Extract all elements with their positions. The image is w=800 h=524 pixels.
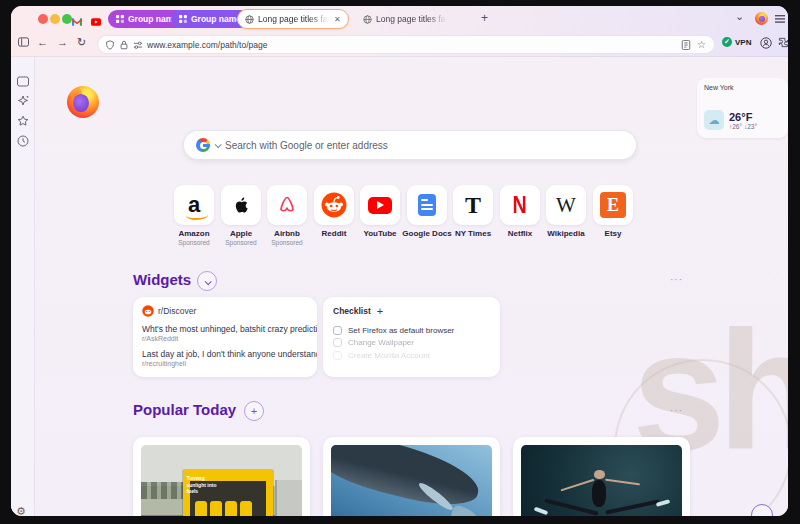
tab-title: Long page titles fade of: [376, 14, 448, 24]
forward-button[interactable]: →: [57, 36, 68, 48]
reddit-widget-card[interactable]: r/Discover Wht's the most unhinged, bats…: [133, 297, 317, 377]
wikipedia-icon: W: [556, 193, 576, 218]
profile-avatar[interactable]: [755, 12, 768, 25]
settings-button[interactable]: ⚙: [16, 505, 26, 516]
sidebar-bookmarks-button[interactable]: [17, 113, 29, 125]
reddit-post-subreddit: r/AskReddit: [133, 334, 317, 342]
hamburger-menu-icon: [775, 15, 785, 23]
popular-card-dancer[interactable]: [513, 437, 690, 516]
apple-icon: [230, 193, 252, 217]
checkbox[interactable]: [333, 326, 342, 335]
google-logo-icon: [196, 138, 210, 152]
widgets-menu-button[interactable]: ···: [670, 274, 683, 285]
tab-close-icon[interactable]: ✕: [334, 15, 341, 24]
pinned-tab-gmail[interactable]: [72, 13, 85, 25]
tab-title: Long page titles fade off: [258, 14, 330, 24]
firefox-logo: [67, 86, 99, 118]
pinned-tab-youtube[interactable]: [91, 13, 104, 25]
lock-icon: [119, 40, 129, 50]
browser-window: Group name Group name Long page titles f…: [11, 6, 788, 516]
checkbox[interactable]: [333, 351, 342, 360]
account-button[interactable]: [760, 37, 772, 51]
star-icon: [17, 115, 29, 127]
vpn-badge[interactable]: ✓ VPN: [722, 37, 751, 47]
checklist-item[interactable]: Create Mozilla Account: [323, 347, 500, 360]
tab-overflow-chevron-icon[interactable]: ⌄: [735, 10, 744, 22]
close-window-button[interactable]: [38, 14, 48, 24]
app-menu-button[interactable]: [775, 13, 785, 25]
sparkle-icon: [17, 95, 29, 107]
ny-times-icon: T: [465, 192, 481, 219]
new-tab-button[interactable]: +: [481, 12, 488, 24]
weather-cloud-icon: ☁: [704, 110, 724, 130]
airbnb-icon: [275, 193, 299, 217]
netflix-icon: N: [513, 191, 527, 219]
checklist-item-label: Set Firefox as default browser: [348, 326, 454, 335]
weather-city: New York: [704, 84, 781, 91]
sidebar-panel-icon: [18, 37, 29, 47]
vpn-label: VPN: [735, 38, 751, 47]
youtube-icon: [368, 197, 392, 214]
back-button[interactable]: ←: [37, 36, 48, 48]
vpn-check-icon: ✓: [722, 37, 732, 47]
google-docs-icon: [418, 194, 436, 216]
newtab-content: New York ☁ 26°F ↑26° ↓23° a Amazon: [36, 57, 788, 516]
checklist-add-button[interactable]: +: [377, 305, 383, 317]
extensions-button[interactable]: [778, 37, 788, 50]
bookmark-star-icon[interactable]: ☆: [697, 39, 706, 50]
checklist-item[interactable]: Set Firefox as default browser: [323, 322, 500, 335]
globe-icon: [245, 15, 254, 24]
checklist-item[interactable]: Change Wallpaper: [323, 335, 500, 348]
reload-button[interactable]: ↻: [77, 36, 86, 49]
checklist-title: Checklist: [333, 306, 371, 316]
popular-card-whale[interactable]: [323, 437, 500, 516]
chevron-down-icon[interactable]: [215, 141, 222, 148]
shortcut-label: Etsy: [585, 229, 641, 238]
scroll-corner-button[interactable]: [751, 504, 773, 516]
tab-group-icon: [116, 15, 124, 23]
reader-mode-icon[interactable]: [681, 40, 691, 50]
search-input[interactable]: [225, 140, 624, 151]
clock-icon: [17, 135, 29, 147]
search-bar[interactable]: [183, 130, 637, 160]
zoom-window-button[interactable]: [62, 14, 72, 24]
left-sidebar: ⚙: [11, 57, 35, 516]
popular-add-button[interactable]: +: [244, 401, 264, 421]
minimize-window-button[interactable]: [50, 14, 60, 24]
sidebar-ai-button[interactable]: [17, 93, 29, 105]
weather-low: ↓23°: [744, 123, 757, 130]
youtube-icon: [91, 17, 101, 27]
widgets-collapse-button[interactable]: [197, 271, 217, 291]
window-panel-icon: [17, 76, 29, 87]
sidebar-history-button[interactable]: [17, 133, 29, 145]
etsy-icon: E: [600, 192, 626, 218]
checkbox[interactable]: [333, 338, 342, 347]
popular-card-solar[interactable]: Turning sunlight into fuels: [133, 437, 310, 516]
amazon-icon: a: [188, 194, 200, 216]
card-caption: Turning sunlight into fuels: [186, 475, 217, 495]
checklist-item-label: Change Wallpaper: [348, 338, 414, 347]
sidebar-toggle-button[interactable]: [18, 37, 29, 49]
sidebar-tabs-button[interactable]: [17, 73, 29, 85]
reddit-post-title[interactable]: Wht's the most unhinged, batshit crazy p…: [133, 321, 317, 334]
reddit-post-title[interactable]: Last day at job, I don't think anyone un…: [133, 342, 317, 359]
reddit-icon: [142, 305, 154, 317]
checklist-item-label: Create Mozilla Account: [348, 351, 430, 360]
sponsored-label: Sponsored: [259, 239, 315, 246]
url-text: www.example.com/path/to/page: [147, 40, 267, 50]
weather-widget[interactable]: New York ☁ 26°F ↑26° ↓23°: [697, 78, 788, 138]
shortcut-etsy[interactable]: E Etsy: [585, 185, 641, 238]
popular-today-title: Popular Today: [133, 401, 236, 418]
reddit-widget-title: r/Discover: [158, 306, 196, 316]
reddit-icon: [321, 192, 347, 218]
shield-icon: [105, 40, 115, 50]
permissions-sliders-icon: [133, 40, 143, 50]
browser-chrome: Group name Group name Long page titles f…: [11, 6, 788, 57]
address-bar[interactable]: www.example.com/path/to/page ☆: [97, 35, 715, 54]
widgets-section-title: Widgets: [133, 271, 191, 288]
popular-menu-button[interactable]: ···: [670, 405, 683, 416]
tab-active[interactable]: Long page titles fade off ✕: [237, 9, 349, 29]
tab-inactive[interactable]: Long page titles fade of: [363, 11, 448, 27]
globe-icon: [363, 15, 372, 24]
tab-group-label: Group name: [191, 14, 241, 24]
